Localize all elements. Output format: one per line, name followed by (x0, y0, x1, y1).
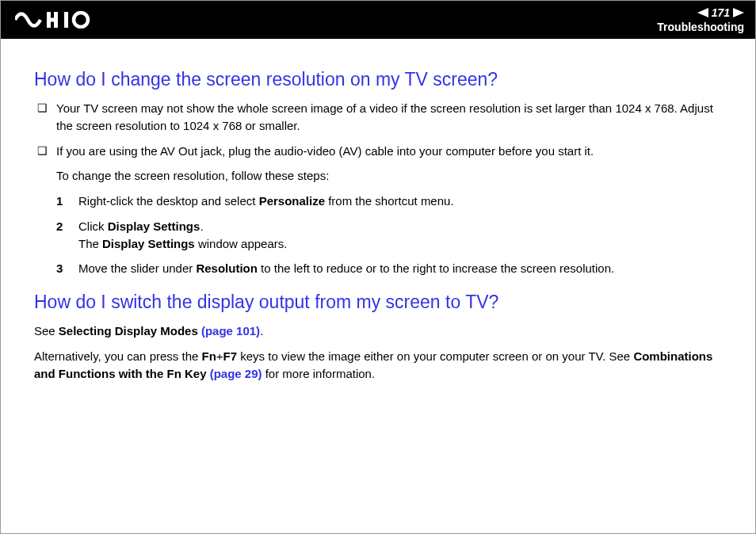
bold-text: Display Settings (102, 237, 195, 250)
step-text: Move the slider under (78, 261, 196, 275)
step-text: to the left to reduce or to the right to… (258, 261, 614, 275)
bold-text: Resolution (196, 261, 258, 275)
paragraph: See Selecting Display Modes (page 101). (34, 322, 722, 340)
vaio-logo (15, 11, 102, 29)
bullet-item: If you are using the AV Out jack, plug t… (34, 143, 722, 160)
header-right: 171 Troubleshooting (657, 6, 744, 33)
svg-marker-5 (697, 8, 708, 17)
next-page-icon[interactable] (733, 8, 744, 17)
paragraph: Alternatively, you can press the Fn+F7 k… (34, 348, 722, 383)
section-title: Troubleshooting (657, 21, 744, 33)
bold-text: Personalize (259, 194, 325, 208)
svg-marker-6 (733, 8, 744, 17)
bold-text: Selecting Display Modes (59, 324, 201, 338)
step-item: 1Right-click the desktop and select Pers… (56, 193, 722, 210)
step-text: window appears. (195, 237, 288, 250)
svg-rect-2 (47, 18, 58, 22)
bullet-item: Your TV screen may not show the whole sc… (34, 100, 722, 135)
page-link[interactable]: (page 29) (210, 367, 262, 380)
steps-intro: To change the screen resolution, follow … (34, 167, 722, 185)
svg-point-4 (74, 13, 88, 27)
step-text: Right-click the desktop and select (78, 194, 259, 208)
svg-rect-3 (64, 12, 68, 28)
page-link[interactable]: (page 101) (201, 324, 260, 338)
bold-text: Display Settings (108, 219, 200, 233)
page-content: How do I change the screen resolution on… (1, 39, 755, 382)
bold-text: Fn (202, 349, 216, 363)
heading-display-output: How do I switch the display output from … (34, 292, 722, 313)
bold-text: F7 (223, 349, 238, 363)
page-header: 171 Troubleshooting (1, 1, 755, 39)
numbered-steps: 1Right-click the desktop and select Pers… (34, 193, 722, 277)
step-text: The (78, 237, 102, 250)
prev-page-icon[interactable] (697, 8, 708, 17)
step-item: 2Click Display Settings.The Display Sett… (56, 218, 722, 253)
step-text: Click (78, 219, 108, 233)
bullet-list: Your TV screen may not show the whole sc… (34, 100, 722, 159)
heading-screen-resolution: How do I change the screen resolution on… (34, 69, 722, 90)
step-text: . (200, 219, 203, 233)
page-nav: 171 (657, 6, 744, 19)
page-number: 171 (710, 6, 731, 19)
step-text: from the shortcut menu. (325, 194, 454, 208)
step-item: 3Move the slider under Resolution to the… (56, 260, 722, 277)
